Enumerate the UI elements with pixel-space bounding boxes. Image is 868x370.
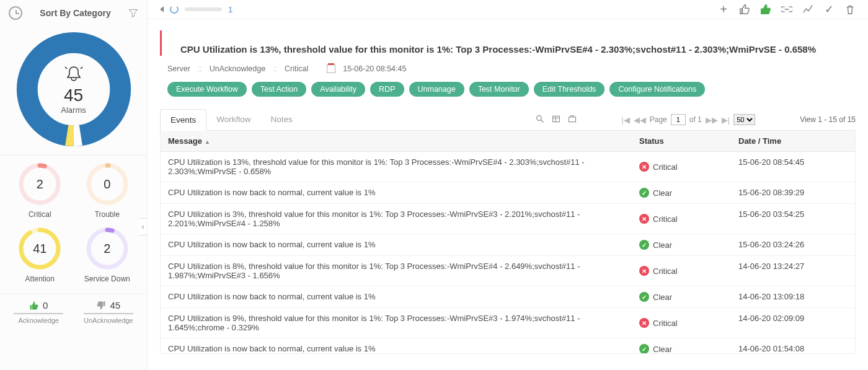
cell-status: ✕ Critical — [632, 152, 731, 182]
cell-status: ✕ Critical — [632, 204, 731, 234]
action-edit thresholds[interactable]: Edit Thresholds — [534, 82, 605, 97]
cell-message: CPU Utilization is now back to normal, c… — [161, 234, 632, 255]
thumbs-down-icon — [96, 301, 106, 311]
link-icon[interactable] — [781, 4, 792, 15]
mini-donut-trouble[interactable]: 0 Trouble — [74, 158, 141, 222]
sidebar-collapse-handle[interactable]: ‹ — [139, 218, 148, 236]
clear-icon: ✓ — [639, 344, 649, 354]
table-row[interactable]: CPU Utilization is now back to normal, c… — [161, 234, 855, 256]
action-rdp[interactable]: RDP — [370, 82, 404, 97]
action-availability[interactable]: Availability — [311, 82, 365, 97]
pager-view-label: View 1 - 15 of 15 — [800, 115, 856, 124]
check-icon[interactable]: ✓ — [823, 4, 835, 15]
table-row[interactable]: CPU Utilization is 9%, threshold value f… — [161, 308, 855, 338]
svg-rect-10 — [553, 116, 560, 121]
alarm-source: Server — [167, 64, 190, 73]
action-unmanage[interactable]: Unmanage — [409, 82, 464, 97]
pager-page-input[interactable] — [671, 114, 686, 125]
cell-date: 15-06-20 08:54:45 — [731, 152, 855, 182]
critical-icon: ✕ — [639, 214, 649, 224]
action-test monitor[interactable]: Test Monitor — [469, 82, 529, 97]
loading-spinner-icon — [170, 5, 179, 14]
cell-date: 15-06-20 03:54:25 — [731, 204, 855, 234]
pager-first-icon[interactable]: |◀ — [621, 115, 629, 125]
cell-status: ✓ Clear — [632, 234, 731, 255]
search-icon[interactable] — [536, 115, 544, 125]
critical-icon: ✕ — [639, 162, 649, 172]
thumbs-up-filled-icon[interactable] — [760, 4, 771, 15]
cell-message: CPU Utilization is 9%, threshold value f… — [161, 308, 632, 338]
columns-icon[interactable] — [552, 115, 560, 125]
cell-date: 14-06-20 02:09:09 — [731, 308, 855, 338]
table-row[interactable]: CPU Utilization is 3%, threshold value f… — [161, 204, 855, 234]
bell-icon — [64, 64, 84, 84]
col-header-message[interactable]: Message▲ — [161, 131, 632, 151]
clear-icon: ✓ — [639, 240, 649, 250]
pager-last-icon[interactable]: ▶| — [722, 115, 730, 125]
critical-icon: ✕ — [639, 318, 649, 328]
sort-asc-icon: ▲ — [205, 139, 210, 145]
col-header-status[interactable]: Status — [632, 131, 731, 151]
cell-date: 14-06-20 13:09:18 — [731, 286, 855, 307]
pager-prev-icon[interactable]: ◀◀ — [634, 115, 646, 125]
alarm-total-donut[interactable]: 45 Alarms — [0, 26, 147, 155]
cell-status: ✓ Clear — [632, 182, 731, 203]
alarm-datetime: 15-06-20 08:54:45 — [343, 64, 406, 73]
tab-workflow[interactable]: Workflow — [206, 109, 260, 130]
thumbs-up-outline-icon[interactable] — [739, 4, 750, 15]
graph-icon[interactable] — [802, 4, 813, 15]
alarm-count-value: 45 — [64, 86, 83, 105]
clear-icon: ✓ — [639, 188, 649, 198]
table-row[interactable]: CPU Utilization is now back to normal, c… — [161, 182, 855, 204]
mini-donut-service down[interactable]: 2 Service Down — [74, 222, 141, 287]
cell-message: CPU Utilization is 8%, threshold value f… — [161, 256, 632, 286]
cell-status: ✕ Critical — [632, 308, 731, 338]
action-test action[interactable]: Test Action — [252, 82, 306, 97]
col-header-date[interactable]: Date / Time — [731, 131, 855, 151]
back-arrow-icon[interactable] — [160, 6, 164, 12]
tab-notes[interactable]: Notes — [261, 109, 303, 130]
cell-message: CPU Utilization is now back to normal, c… — [161, 338, 632, 354]
pager-next-icon[interactable]: ▶▶ — [706, 115, 718, 125]
table-row[interactable]: CPU Utilization is 13%, threshold value … — [161, 152, 855, 182]
table-row[interactable]: CPU Utilization is now back to normal, c… — [161, 338, 855, 354]
table-row[interactable]: CPU Utilization is now back to normal, c… — [161, 286, 855, 308]
trash-icon[interactable] — [844, 4, 856, 15]
svg-rect-11 — [569, 117, 576, 121]
cell-status: ✓ Clear — [632, 338, 731, 354]
cell-message: CPU Utilization is now back to normal, c… — [161, 182, 632, 203]
export-icon[interactable] — [568, 115, 577, 125]
svg-point-9 — [537, 115, 542, 120]
cell-message: CPU Utilization is 13%, threshold value … — [161, 152, 632, 182]
cell-date: 15-06-20 08:39:29 — [731, 182, 855, 203]
action-execute workflow[interactable]: Execute Workflow — [167, 82, 247, 97]
mini-donut-attention[interactable]: 41 Attention — [6, 222, 74, 287]
cell-status: ✕ Critical — [632, 256, 731, 286]
pager-size-select[interactable]: 50 — [733, 114, 755, 125]
alarm-title: CPU Utilization is 13%, threshold value … — [180, 43, 849, 56]
unacknowledge-count[interactable]: 45 UnAcknowledge — [74, 300, 144, 324]
alarm-count-label: Alarms — [61, 105, 86, 115]
filter-icon[interactable] — [128, 8, 138, 18]
table-row[interactable]: CPU Utilization is 8%, threshold value f… — [161, 256, 855, 286]
thumbs-up-icon — [29, 301, 39, 311]
alarm-severity: Critical — [285, 64, 308, 73]
sort-by-dropdown[interactable]: Sort By Category — [22, 8, 128, 18]
add-icon[interactable]: + — [718, 4, 729, 15]
tab-events[interactable]: Events — [160, 109, 206, 131]
clock-icon — [9, 6, 22, 20]
cell-message: CPU Utilization is 3%, threshold value f… — [161, 204, 632, 234]
loading-count: 1 — [228, 5, 232, 14]
critical-icon: ✕ — [639, 266, 649, 276]
cell-date: 15-06-20 03:24:26 — [731, 234, 855, 255]
acknowledge-count[interactable]: 0 Acknowledge — [4, 300, 74, 324]
cell-message: CPU Utilization is now back to normal, c… — [161, 286, 632, 307]
clear-icon: ✓ — [639, 292, 649, 302]
mini-donut-critical[interactable]: 2 Critical — [6, 158, 74, 222]
alarm-detail-pane: 1 + ✓ — [148, 0, 868, 370]
cell-date: 14-06-20 13:24:27 — [731, 256, 855, 286]
alarm-ack-state: UnAcknowledge — [210, 64, 265, 73]
loading-progress — [185, 7, 222, 11]
action-configure notifications[interactable]: Configure Notifications — [609, 82, 705, 97]
alarms-sidebar: Sort By Category 45 Alarms — [0, 0, 148, 370]
